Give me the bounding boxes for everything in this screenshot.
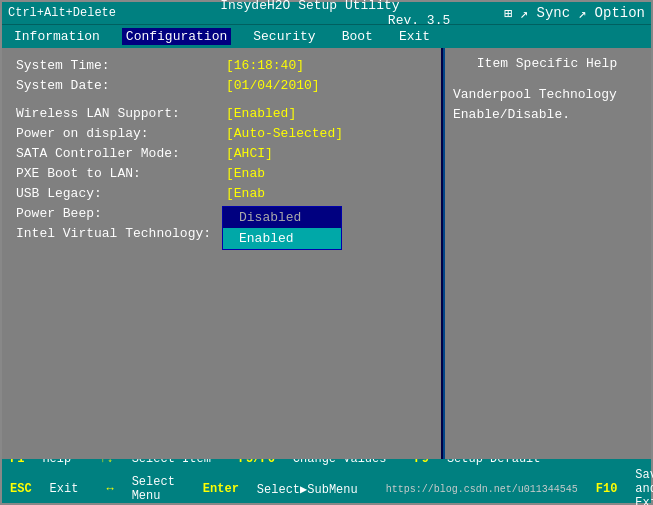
wireless-value[interactable]: [Enabled] (226, 106, 296, 121)
usb-legacy-row: USB Legacy: [Enab (16, 186, 427, 201)
usb-legacy-value[interactable]: [Enab (226, 186, 265, 201)
pxe-value[interactable]: [Enab (226, 166, 265, 181)
power-beep-label: Power Beep: (16, 206, 226, 221)
pxe-label: PXE Boot to LAN: (16, 166, 226, 181)
sata-value[interactable]: [AHCI] (226, 146, 273, 161)
dropdown-enabled[interactable]: Enabled (223, 228, 341, 249)
left-panel: System Time: [16:18:40] System Date: [01… (2, 48, 441, 459)
system-time-label: System Time: (16, 58, 226, 73)
cursor-icon: ↗ (520, 5, 528, 22)
system-date-value[interactable]: [01/04/2010] (226, 78, 320, 93)
power-display-label: Power on display: (16, 126, 226, 141)
screen: Ctrl+Alt+Delete InsydeH2O Setup Utility … (0, 0, 653, 505)
bottom-row-2: ESC Exit ↔ Select Menu Enter Select▶SubM… (10, 468, 643, 505)
item-specific-help-title: Item Specific Help (453, 56, 641, 71)
esc-desc: Exit (50, 482, 79, 496)
enter-key: Enter (203, 482, 239, 496)
sync-label[interactable]: Sync (537, 5, 571, 21)
shortcut-label[interactable]: Ctrl+Alt+Delete (8, 6, 116, 20)
app-title-text: InsydeH2O Setup Utility (220, 0, 399, 13)
menu-security[interactable]: Security (249, 28, 319, 45)
dropdown-disabled[interactable]: Disabled (223, 207, 341, 228)
wireless-label: Wireless LAN Support: (16, 106, 226, 121)
intel-vt-label: Intel Virtual Technology: (16, 226, 226, 241)
option-label[interactable]: Option (595, 5, 645, 21)
usb-legacy-label: USB Legacy: (16, 186, 226, 201)
system-time-value[interactable]: [16:18:40] (226, 58, 304, 73)
menu-boot[interactable]: Boot (338, 28, 377, 45)
f10-desc: Save and Exit (635, 468, 653, 505)
sata-label: SATA Controller Mode: (16, 146, 226, 161)
title-bar: Ctrl+Alt+Delete InsydeH2O Setup Utility … (2, 2, 651, 24)
system-date-row: System Date: [01/04/2010] (16, 78, 427, 93)
power-display-row: Power on display: [Auto-Selected] (16, 126, 427, 141)
enter-desc: Select▶SubMenu (257, 482, 358, 497)
menu-configuration[interactable]: Configuration (122, 28, 231, 45)
toolbar-icons: ⊞ ↗ Sync ↗ Option (504, 5, 645, 22)
f10-key: F10 (596, 482, 618, 496)
system-date-label: System Date: (16, 78, 226, 93)
menu-exit[interactable]: Exit (395, 28, 434, 45)
pxe-row: PXE Boot to LAN: [Enab (16, 166, 427, 181)
bottom-bar: F1 Help ↑↓ Select Item F5/F6 Change Valu… (2, 459, 651, 503)
esc-key: ESC (10, 482, 32, 496)
item-specific-help-content: Vanderpool Technology Enable/Disable. (453, 85, 641, 124)
lr-key: ↔ (106, 482, 113, 496)
power-display-value[interactable]: [Auto-Selected] (226, 126, 343, 141)
dropdown-popup: Disabled Enabled (222, 206, 342, 250)
window-icon[interactable]: ⊞ (504, 5, 512, 22)
system-time-row: System Time: [16:18:40] (16, 58, 427, 73)
menu-bar: Information Configuration Security Boot … (2, 24, 651, 48)
menu-information[interactable]: Information (10, 28, 104, 45)
main-content: System Time: [16:18:40] System Date: [01… (2, 48, 651, 459)
sata-row: SATA Controller Mode: [AHCI] (16, 146, 427, 161)
cursor2-icon: ↗ (578, 5, 586, 22)
lr-desc: Select Menu (132, 475, 175, 503)
right-panel: Item Specific Help Vanderpool Technology… (441, 48, 651, 459)
wireless-row: Wireless LAN Support: [Enabled] (16, 106, 427, 121)
watermark: https://blog.csdn.net/u011344545 (386, 484, 578, 495)
